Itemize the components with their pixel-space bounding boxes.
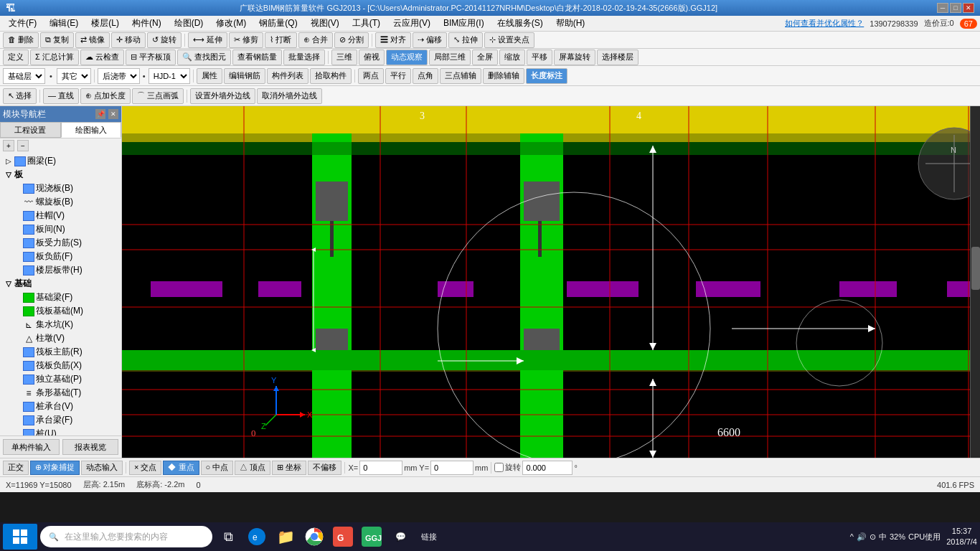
align-slab-button[interactable]: ⊟ 平齐板顶	[126, 50, 176, 65]
orthogonal-button[interactable]: 正交	[3, 461, 29, 475]
tree-item-pile[interactable]: 桩(U)	[1, 427, 120, 435]
component-list-button[interactable]: 构件列表	[267, 68, 308, 84]
menu-modify[interactable]: 修改(M)	[210, 16, 252, 31]
menu-online[interactable]: 在线服务(S)	[491, 16, 549, 31]
zoom-button[interactable]: 缩放	[499, 50, 525, 65]
property-button[interactable]: 属性	[197, 68, 222, 84]
y-input[interactable]	[430, 461, 473, 475]
batch-select-button[interactable]: 批量选择	[283, 50, 325, 65]
tree-item-isolated-found[interactable]: 独立基础(P)	[1, 372, 120, 386]
point-angle-button[interactable]: 点角	[413, 68, 438, 84]
view-rebar-button[interactable]: 查看钢筋量	[232, 50, 282, 65]
tree-item-slab-rebar[interactable]: 板受力筋(S)	[1, 236, 120, 250]
three-point-aux-button[interactable]: 三点辅轴	[440, 68, 481, 84]
break-button[interactable]: ⌇ 打断	[265, 32, 296, 48]
menu-file[interactable]: 文件(F)	[3, 16, 42, 31]
tree-item-slab-group[interactable]: ▽ 板	[1, 168, 120, 182]
close-button[interactable]: ✕	[963, 3, 974, 13]
canvas-area[interactable]: 6600 3 4 5 0 X Y Z	[122, 106, 980, 458]
minimize-button[interactable]: ─	[937, 3, 948, 13]
point-length-button[interactable]: ⊕ 点加长度	[80, 88, 131, 104]
set-outer-wall-button[interactable]: 设置外墙外边线	[190, 88, 255, 104]
screen-rotate-button[interactable]: 屏幕旋转	[554, 50, 595, 65]
move-button[interactable]: ✛ 移动	[111, 32, 146, 48]
dynamic-view-button[interactable]: 动态观察	[386, 50, 428, 65]
taskbar-app-link[interactable]: 链接	[416, 524, 442, 550]
length-mark-button[interactable]: 长度标注	[526, 68, 567, 84]
tree-item-pit[interactable]: ⊾ 集水坑(K)	[1, 318, 120, 331]
menu-floor[interactable]: 楼层(L)	[85, 16, 125, 31]
intersection-button[interactable]: × 交点	[129, 461, 161, 475]
layer-type-select[interactable]: 其它	[57, 68, 91, 84]
3d-button[interactable]: 三维	[331, 50, 357, 65]
menu-tools[interactable]: 工具(T)	[347, 16, 386, 31]
rotate-checkbox[interactable]	[494, 463, 504, 472]
tree-item-spiral-slab[interactable]: 〰 螺旋板(B)	[1, 195, 120, 209]
rotate-button[interactable]: ↺ 旋转	[147, 32, 182, 48]
line-button[interactable]: — 直线	[43, 88, 79, 104]
tree-item-raft[interactable]: 筏板基础(M)	[1, 304, 120, 318]
volume-icon[interactable]: 🔊	[857, 532, 867, 542]
taskbar-app-extra1[interactable]: 💬	[387, 524, 413, 550]
mirror-button[interactable]: ⇄ 镜像	[75, 32, 110, 48]
merge-button[interactable]: ⊕ 合并	[298, 32, 333, 48]
arc-button[interactable]: ⌒ 三点画弧	[132, 88, 184, 104]
two-point-button[interactable]: 两点	[358, 68, 384, 84]
tree-item-pedestal[interactable]: △ 柱墩(V)	[1, 331, 120, 345]
taskbar-search-box[interactable]: 🔍 在这里输入您要搜索的内容	[40, 526, 212, 547]
taskbar-app-browser1[interactable]: e	[244, 524, 270, 550]
coord-snap-button[interactable]: ⊞ 坐标	[272, 461, 306, 475]
tree-item-circle-beam[interactable]: ▷ 圈梁(E)	[1, 154, 120, 168]
object-snap-button[interactable]: ⊕ 对象捕捉	[30, 461, 80, 475]
tree-item-column-cap[interactable]: 柱帽(V)	[1, 209, 120, 222]
tree-item-floor-band[interactable]: 楼层板带(H)	[1, 263, 120, 277]
taskbar-app-gdcad[interactable]: G	[330, 524, 356, 550]
trim-button[interactable]: ✂ 修剪	[229, 32, 263, 48]
tree-item-found-beam[interactable]: 基础梁(F)	[1, 291, 120, 304]
midpoint-snap-button[interactable]: ◆ 重点	[163, 461, 199, 475]
report-preview-button[interactable]: 报表视览	[62, 439, 119, 455]
menu-draw[interactable]: 绘图(D)	[169, 16, 209, 31]
menu-component[interactable]: 构件(N)	[126, 16, 167, 31]
vertical-scroll-thumb[interactable]	[971, 247, 980, 290]
strip-id-select[interactable]: HJD-1	[149, 68, 190, 84]
stretch-button[interactable]: ⤡ 拉伸	[448, 32, 483, 48]
taskbar-app-task-view[interactable]: ⧉	[215, 524, 241, 550]
network-icon[interactable]: ⊙	[870, 532, 876, 542]
tree-item-raft-main-rebar[interactable]: 筏板主筋(R)	[1, 345, 120, 359]
no-offset-button[interactable]: 不偏移	[308, 461, 341, 475]
select-floor-button[interactable]: 选择楼层	[597, 50, 639, 65]
menu-help[interactable]: 帮助(H)	[550, 16, 591, 31]
center-snap-button[interactable]: ○ 中点	[201, 461, 234, 475]
tree-item-strip-found[interactable]: ≡ 条形基础(T)	[1, 386, 120, 400]
ime-label[interactable]: 中	[879, 532, 887, 542]
pan-button[interactable]: 平移	[527, 50, 552, 65]
x-input[interactable]	[359, 461, 402, 475]
tree-item-raft-neg-rebar[interactable]: 筏板负筋(X)	[1, 359, 120, 372]
system-clock[interactable]: 15:37 2018/7/4	[946, 526, 977, 548]
split-button[interactable]: ⊘ 分割	[334, 32, 369, 48]
taskbar-app-browser2[interactable]	[301, 524, 327, 550]
cancel-outer-wall-button[interactable]: 取消外墙外边线	[257, 88, 322, 104]
dynamic-input-button[interactable]: 动态输入	[81, 461, 123, 475]
align-button[interactable]: ☰ 对齐	[375, 32, 411, 48]
maximize-button[interactable]: □	[950, 3, 961, 13]
tree-item-foundation-group[interactable]: ▽ 基础	[1, 277, 120, 291]
delete-aux-button[interactable]: 删除辅轴	[483, 68, 524, 84]
local-3d-button[interactable]: 局部三维	[429, 50, 471, 65]
copy-button[interactable]: ⧉ 复制	[40, 32, 74, 48]
extend-button[interactable]: ⟷ 延伸	[188, 32, 227, 48]
panel-add-button[interactable]: +	[3, 140, 14, 151]
taskbar-app-ggj[interactable]: GGJ	[359, 524, 385, 550]
tab-drawing-input[interactable]: 绘图输入	[61, 122, 122, 138]
top-view-button[interactable]: 俯视	[359, 50, 385, 65]
menu-edit[interactable]: 编辑(E)	[44, 16, 84, 31]
tree-item-cast-slab[interactable]: 现浇板(B)	[1, 182, 120, 195]
tree-item-slab-neg-rebar[interactable]: 板负筋(F)	[1, 250, 120, 263]
offset-button[interactable]: ⇢ 偏移	[413, 32, 447, 48]
menu-view[interactable]: 视图(V)	[305, 16, 345, 31]
grip-button[interactable]: ⊹ 设置夹点	[484, 32, 534, 48]
tree-item-pile-cap[interactable]: 桩承台(V)	[1, 400, 120, 413]
tab-project-settings[interactable]: 工程设置	[0, 122, 61, 138]
vertical-scrollbar[interactable]	[970, 106, 980, 458]
